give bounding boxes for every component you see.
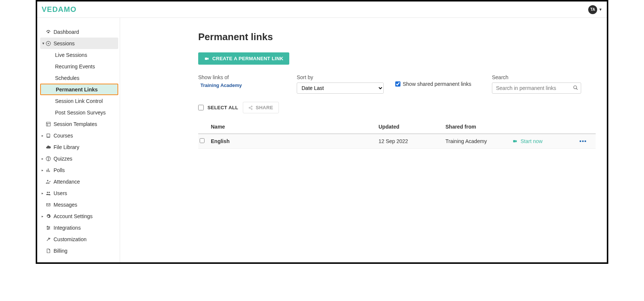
sidebar-item-integrations[interactable]: Integrations [40,222,120,233]
filter-show-links: Show links of Training Academy [198,74,297,88]
checkbox-label: Show shared permanent links [403,81,471,87]
play-icon [45,41,51,46]
links-table: Name Updated Shared from English 12 Sep … [198,120,596,149]
svg-rect-18 [205,58,207,60]
more-actions-button[interactable]: ▪▪▪ [579,138,594,145]
svg-point-21 [251,106,252,107]
button-label: SHARE [256,105,273,110]
filters-row: Show links of Training Academy Sort by D… [198,74,596,94]
svg-rect-8 [49,171,50,172]
sort-select[interactable]: Date Last [297,82,384,94]
sidebar-item-dashboard[interactable]: Dashboard [40,26,120,38]
sidebar-item-polls[interactable]: ▸ Polls [40,164,120,176]
bulk-actions: SELECT ALL SHARE [198,102,596,113]
chevron-right-icon: ▸ [42,168,44,172]
filter-show-links-link[interactable]: Training Academy [198,82,297,88]
sidebar-item-attendance[interactable]: Attendance [40,176,120,187]
app-frame: VEDAMO TA ▼ Dashboard ▼ Sessions Live Se… [36,0,608,264]
table-header: Name Updated Shared from [198,120,596,134]
sidebar-item-label: Recurring Events [55,64,95,69]
search-input[interactable] [492,82,581,94]
sidebar-item-post-session-surveys[interactable]: Post Session Surveys [40,107,120,118]
sidebar-item-label: Billing [54,248,67,254]
video-icon [204,56,209,61]
sidebar-item-label: Users [54,190,67,196]
svg-point-15 [47,226,48,227]
shared-checkbox[interactable]: Show shared permanent links [395,81,492,87]
sidebar-item-label: Post Session Surveys [55,110,106,116]
sidebar: Dashboard ▼ Sessions Live Sessions Recur… [37,18,120,262]
chevron-right-icon: ▸ [42,214,44,218]
svg-line-24 [250,107,251,107]
sidebar-item-label: Customization [54,236,87,242]
chevron-down-icon: ▼ [42,42,45,45]
video-icon [512,139,518,143]
sidebar-item-quizzes[interactable]: ▸ Quizzes [40,153,120,164]
filter-sort: Sort by Date Last [297,74,395,94]
avatar: TA [588,5,597,14]
col-shared-from: Shared from [445,124,512,130]
sidebar-item-label: Session Link Control [55,98,103,104]
cloud-icon [45,145,51,150]
filter-label: Sort by [297,74,395,80]
sidebar-item-customization[interactable]: Customization [40,233,120,245]
sidebar-item-label: Quizzes [54,156,73,162]
sidebar-item-label: Live Sessions [55,52,87,58]
svg-point-16 [49,227,49,228]
sidebar-item-label: Integrations [54,225,81,231]
sidebar-item-permanent-links[interactable]: Permanent Links [40,84,118,95]
share-button[interactable]: SHARE [243,102,279,113]
row-name: English [211,138,379,144]
sidebar-item-session-link-control[interactable]: Session Link Control [40,95,120,107]
template-icon [45,122,51,127]
svg-rect-1 [46,122,51,126]
select-all-label: SELECT ALL [207,105,238,110]
sidebar-item-messages[interactable]: Messages [40,199,120,210]
page-title: Permanent links [198,31,596,43]
sidebar-item-file-library[interactable]: File Library [40,141,120,153]
search-icon[interactable] [573,85,578,90]
svg-rect-6 [46,169,47,172]
logo[interactable]: VEDAMO [42,5,77,14]
svg-point-19 [574,86,577,89]
button-label: CREATE A PERMANENT LINK [212,56,283,61]
sidebar-item-label: Courses [54,133,73,139]
envelope-icon [45,202,51,207]
shared-checkbox-input[interactable] [395,81,400,87]
start-label: Start now [521,138,542,144]
sidebar-item-label: Dashboard [54,29,79,35]
caret-down-icon: ▼ [599,7,602,12]
sidebar-item-label: Permanent Links [56,87,98,93]
row-checkbox[interactable] [200,138,205,143]
sidebar-item-courses[interactable]: ▸ Courses [40,130,120,141]
create-permanent-link-button[interactable]: CREATE A PERMANENT LINK [198,52,289,65]
sidebar-item-sessions[interactable]: ▼ Sessions [40,38,118,49]
sidebar-item-schedules[interactable]: Schedules [40,72,120,84]
svg-line-25 [250,108,251,109]
svg-rect-7 [48,168,49,172]
start-now-link[interactable]: Start now [512,138,579,144]
col-updated: Updated [379,124,445,130]
filter-label: Search [492,74,596,80]
chevron-right-icon: ▸ [42,157,44,161]
sidebar-item-recurring-events[interactable]: Recurring Events [40,61,120,72]
sidebar-item-billing[interactable]: Billing [40,245,120,256]
select-all[interactable]: SELECT ALL [198,105,238,110]
select-all-checkbox[interactable] [198,105,204,110]
sidebar-item-account-settings[interactable]: ▸ Account Settings [40,210,120,222]
share-icon [248,106,253,110]
filter-search: Search [492,74,596,94]
filter-shared: Show shared permanent links [395,74,492,87]
sidebar-item-label: Account Settings [54,213,93,219]
sidebar-item-session-templates[interactable]: Session Templates [40,118,120,130]
chevron-right-icon: ▸ [42,134,44,137]
svg-point-17 [48,229,48,229]
col-name: Name [211,124,379,130]
svg-point-22 [249,107,250,108]
sidebar-item-live-sessions[interactable]: Live Sessions [40,49,120,61]
svg-point-10 [47,191,48,193]
topbar: VEDAMO TA ▼ [37,1,607,18]
chevron-right-icon: ▸ [42,191,44,195]
user-menu[interactable]: TA ▼ [588,5,602,14]
sidebar-item-users[interactable]: ▸ Users [40,187,120,199]
